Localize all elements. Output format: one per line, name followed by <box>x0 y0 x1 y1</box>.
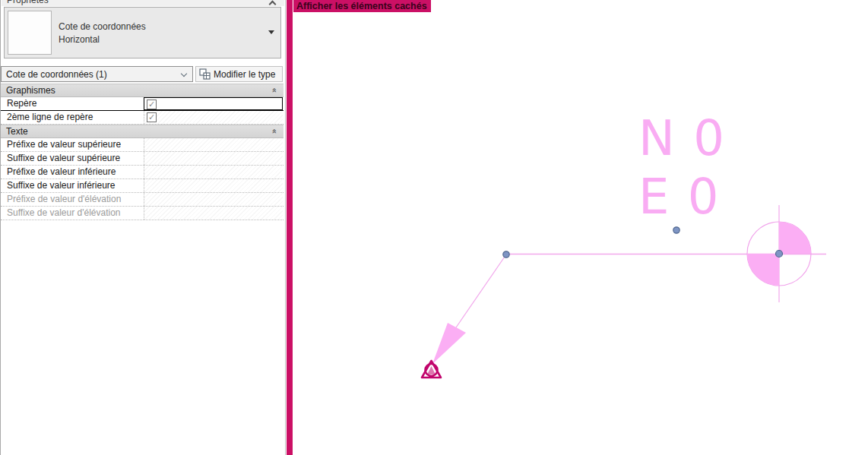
group-header-graphismes[interactable]: Graphismes » <box>1 84 284 97</box>
collapse-panel-icon[interactable] <box>269 1 277 6</box>
edit-type-label: Modifier le type <box>214 69 275 80</box>
property-value-cell[interactable] <box>144 166 283 179</box>
properties-panel: Propriétés Cote de coordonnées Horizonta… <box>0 0 286 455</box>
seconde-ligne-checkbox[interactable]: ✓ <box>147 112 157 122</box>
reveal-hidden-mode-border <box>287 0 293 455</box>
coordinate-symbol-quadrant-sw <box>747 254 779 286</box>
group-label: Texte <box>6 126 28 137</box>
property-label: 2ème ligne de repère <box>7 111 93 124</box>
property-value-cell <box>144 193 283 206</box>
instance-filter-combobox[interactable]: Cote de coordonnées (1) <box>1 66 193 82</box>
property-value-cell <box>144 207 283 220</box>
type-preview-thumbnail <box>8 11 52 55</box>
leader-arrowhead[interactable] <box>432 323 466 364</box>
collapse-group-icon[interactable]: » <box>270 89 278 93</box>
type-selector-dropdown-icon[interactable] <box>268 30 274 34</box>
type-family-name: Cote de coordonnées <box>59 21 146 32</box>
property-row-suffixe-inf[interactable]: Suffixe de valeur inférieure <box>1 179 284 193</box>
property-row-prefixe-inf[interactable]: Préfixe de valeur inférieure <box>1 166 284 179</box>
north-coordinate-text[interactable]: N 0 <box>638 110 726 166</box>
property-row-2eme-ligne[interactable]: 2ème ligne de repère ✓ <box>1 111 284 125</box>
symbol-center-grip[interactable] <box>776 251 783 258</box>
coordinate-symbol-quadrant-ne <box>779 222 811 254</box>
property-value-cell[interactable] <box>144 138 283 151</box>
revit-window: Propriétés Cote de coordonnées Horizonta… <box>0 0 868 455</box>
type-name: Horizontal <box>59 34 100 45</box>
collapse-group-icon[interactable]: » <box>270 130 278 134</box>
properties-panel-header[interactable]: Propriétés <box>2 0 284 6</box>
group-header-texte[interactable]: Texte » <box>1 125 284 138</box>
property-row-repere[interactable]: Repère ✓ <box>1 97 284 111</box>
property-value-cell[interactable]: ✓ <box>144 111 283 124</box>
east-coordinate-text[interactable]: E 0 <box>638 169 721 225</box>
property-label: Préfixe de valeur inférieure <box>7 166 116 179</box>
leader-diagonal-line[interactable] <box>455 254 506 330</box>
panel-title: Propriétés <box>7 0 49 5</box>
edit-type-icon <box>199 68 211 80</box>
repere-checkbox[interactable]: ✓ <box>147 100 157 109</box>
spot-coordinate-drawing: N 0 E 0 <box>293 0 868 455</box>
properties-table: Graphismes » Repère ✓ 2ème ligne de repè… <box>1 84 284 220</box>
property-label: Suffixe de valeur d'élévation <box>7 207 121 220</box>
group-label: Graphismes <box>6 85 55 96</box>
leader-elbow-grip[interactable] <box>503 251 509 258</box>
point-anchor-symbol[interactable] <box>422 361 441 378</box>
chevron-down-icon[interactable] <box>181 71 187 77</box>
instance-selector-row: Cote de coordonnées (1) Modifier le type <box>1 66 284 82</box>
property-label: Suffixe de valeur inférieure <box>7 179 116 192</box>
edit-type-button[interactable]: Modifier le type <box>195 66 283 82</box>
property-value-cell[interactable]: ✓ <box>144 97 283 110</box>
property-label: Suffixe de valeur supérieure <box>7 152 120 165</box>
property-row-prefixe-sup[interactable]: Préfixe de valeur supérieure <box>1 138 284 152</box>
property-value-cell[interactable] <box>144 179 283 192</box>
property-value-cell[interactable] <box>144 152 283 165</box>
property-row-suffixe-sup[interactable]: Suffixe de valeur supérieure <box>1 152 284 166</box>
property-row-suffixe-elevation: Suffixe de valeur d'élévation <box>1 207 284 220</box>
property-label: Préfixe de valeur supérieure <box>7 138 121 151</box>
property-label: Repère <box>7 97 36 110</box>
property-label: Préfixe de valeur d'élévation <box>7 193 121 206</box>
type-selector[interactable]: Cote de coordonnées Horizontal <box>4 7 281 58</box>
instance-filter-value: Cote de coordonnées (1) <box>6 69 107 80</box>
drawing-canvas[interactable]: Afficher les éléments cachés N 0 E 0 <box>293 0 868 455</box>
property-row-prefixe-elevation: Préfixe de valeur d'élévation <box>1 193 284 207</box>
text-drag-grip[interactable] <box>673 227 680 233</box>
